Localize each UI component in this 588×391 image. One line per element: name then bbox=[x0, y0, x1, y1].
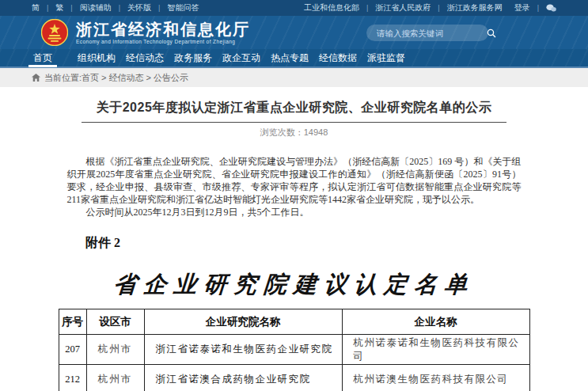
site-title: 浙江省经济和信息化厅 bbox=[76, 21, 250, 38]
nav-item-data[interactable]: 经信数据 bbox=[319, 49, 357, 66]
cell-city: 杭州市 bbox=[86, 365, 144, 391]
divider: | bbox=[47, 4, 48, 12]
link-zj-service[interactable]: 浙江政务服务网 bbox=[447, 2, 503, 13]
nav-item-news[interactable]: 经信动态 bbox=[126, 49, 164, 66]
header-institute: 企业研究院名称 bbox=[144, 309, 342, 335]
breadcrumb-label: 当前位置: bbox=[44, 72, 82, 84]
topbar-left-links: 简 | 繁 | 阅读辅助 | 关怀版 | 智能问答 bbox=[32, 2, 199, 13]
divider: | bbox=[366, 4, 368, 12]
roster-title: 省企业研究院建议认定名单 bbox=[0, 269, 588, 301]
breadcrumb-separator: > bbox=[146, 73, 151, 82]
table-header-row: 序号 设区市 企业研究院名称 企业名称 bbox=[59, 309, 529, 335]
view-count: 浏览次数：14948 bbox=[0, 127, 588, 139]
nav-item-services[interactable]: 政务服务 bbox=[174, 49, 212, 66]
header-serial: 序号 bbox=[59, 309, 86, 335]
link-smart-qa[interactable]: 智能问答 bbox=[167, 2, 199, 13]
breadcrumb: 当前位置:首页>经信动态>公告公示 bbox=[0, 68, 588, 87]
divider: | bbox=[438, 4, 439, 12]
breadcrumb-separator: > bbox=[101, 73, 106, 82]
site-brand[interactable]: 浙江省经济和信息化厅 Economy and Information Techn… bbox=[76, 21, 250, 44]
nav-item-supervision[interactable]: 派驻监督 bbox=[367, 49, 405, 66]
roster-table: 序号 设区市 企业研究院名称 企业名称 207 杭州市 浙江省诺泰诺和生物医药企… bbox=[59, 309, 530, 391]
login-button[interactable]: 登录 bbox=[514, 2, 530, 13]
site-subtitle-en: Economy and Information Technology Depar… bbox=[76, 39, 250, 44]
article-body: 根据《浙江省重点企业研究院、企业研究院建设与管理办法》（浙经信高新〔2025〕1… bbox=[67, 155, 522, 218]
header-city: 设区市 bbox=[86, 309, 144, 335]
divider: | bbox=[119, 4, 120, 12]
search-icon[interactable] bbox=[487, 28, 496, 38]
link-miit[interactable]: 工业和信息化部 bbox=[304, 2, 359, 13]
breadcrumb-announcements[interactable]: 公告公示 bbox=[154, 72, 188, 84]
divider: | bbox=[158, 4, 160, 12]
view-count-value: 14948 bbox=[304, 127, 328, 137]
article: 关于2025年度拟认定浙江省重点企业研究院、企业研究院名单的公示 浏览次数：14… bbox=[0, 100, 588, 391]
home-icon bbox=[32, 74, 40, 82]
link-traditional[interactable]: 繁 bbox=[55, 2, 63, 13]
cell-serial: 207 bbox=[59, 335, 86, 365]
paragraph: 根据《浙江省重点企业研究院、企业研究院建设与管理办法》（浙经信高新〔2025〕1… bbox=[67, 155, 522, 206]
breadcrumb-news[interactable]: 经信动态 bbox=[109, 72, 144, 84]
cell-city: 杭州市 bbox=[86, 335, 144, 365]
cell-institute: 浙江省诺澳合成药物企业研究院 bbox=[144, 365, 342, 391]
link-simplified[interactable]: 简 bbox=[32, 2, 40, 13]
search-input[interactable] bbox=[366, 28, 487, 38]
link-reading-aid[interactable]: 阅读辅助 bbox=[80, 2, 112, 13]
table-row: 212 杭州市 浙江省诺澳合成药物企业研究院 杭州诺澳生物医药科技有限公司 bbox=[59, 365, 529, 391]
divider: | bbox=[537, 4, 539, 12]
topbar-right-links: 工业和信息化部 | 浙江省人民政府 | 浙江政务服务网 登录 | bbox=[304, 2, 556, 13]
nav-item-hot-topics[interactable]: 热点专题 bbox=[271, 49, 309, 66]
cell-company: 杭州诺泰诺和生物医药科技有限公司 bbox=[342, 335, 529, 365]
top-utility-bar: 简 | 繁 | 阅读辅助 | 关怀版 | 智能问答 工业和信息化部 | 浙江省人… bbox=[0, 0, 588, 16]
title-divider bbox=[82, 122, 506, 123]
breadcrumb-home[interactable]: 首页 bbox=[82, 72, 99, 84]
nav-item-home[interactable]: 首页 bbox=[33, 49, 52, 66]
attachment-label: 附件 2 bbox=[85, 235, 588, 252]
cell-institute: 浙江省诺泰诺和生物医药企业研究院 bbox=[144, 335, 342, 365]
site-search bbox=[366, 25, 488, 41]
cell-company: 杭州诺澳生物医药科技有限公司 bbox=[342, 365, 529, 391]
article-title: 关于2025年度拟认定浙江省重点企业研究院、企业研究院名单的公示 bbox=[0, 100, 588, 116]
cell-serial: 212 bbox=[59, 365, 86, 391]
wechat-icon[interactable] bbox=[546, 4, 556, 13]
link-zj-gov[interactable]: 浙江省人民政府 bbox=[375, 2, 431, 13]
paragraph: 公示时间从2025年12月3日到12月9日，共5个工作日。 bbox=[67, 206, 522, 218]
nav-item-organization[interactable]: 组织机构 bbox=[78, 49, 116, 66]
national-emblem-logo bbox=[41, 19, 68, 46]
divider: | bbox=[70, 4, 72, 12]
header-company: 企业名称 bbox=[342, 309, 529, 335]
masthead: 浙江省经济和信息化厅 Economy and Information Techn… bbox=[0, 16, 588, 49]
view-count-label: 浏览次数： bbox=[260, 127, 304, 137]
main-nav: 首页 组织机构 经信动态 政务服务 政企互动 热点专题 经信数据 派驻监督 bbox=[0, 49, 588, 68]
table-row: 207 杭州市 浙江省诺泰诺和生物医药企业研究院 杭州诺泰诺和生物医药科技有限公… bbox=[59, 335, 529, 365]
link-care-version[interactable]: 关怀版 bbox=[127, 2, 151, 13]
nav-item-interaction[interactable]: 政企互动 bbox=[222, 49, 260, 66]
